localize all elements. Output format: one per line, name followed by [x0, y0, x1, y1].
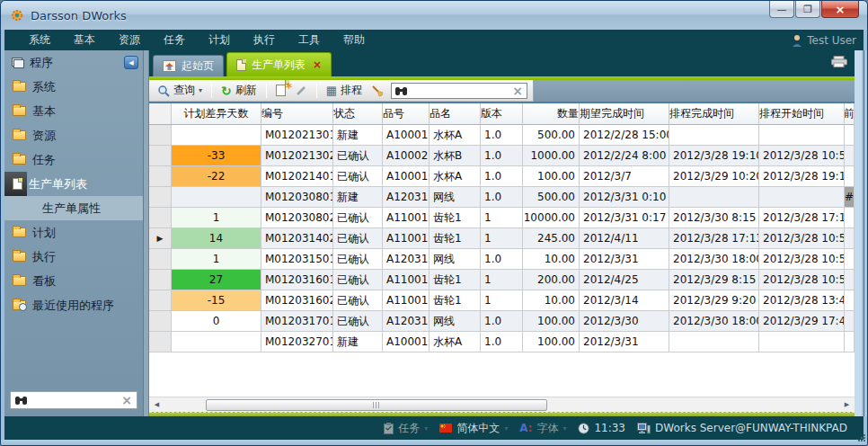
row-selector[interactable]	[149, 332, 172, 352]
table-row[interactable]: -33M012021302已确认A10002水杯B1.01000.002012/…	[149, 146, 855, 166]
task-dropdown[interactable]: 任务 ▾	[384, 421, 428, 436]
clean-button[interactable]	[368, 85, 387, 97]
column-header-extra[interactable]: 前	[845, 103, 855, 125]
sidebar-item-最近使用的程序[interactable]: 最近使用的程序	[4, 293, 143, 317]
table-row[interactable]: M012030801新建A12031网线1.0500.002012/3/31 0…	[149, 187, 855, 208]
table-body: M012021301新建A10001水杯A1.0500.002012/2/28 …	[149, 125, 855, 352]
query-button[interactable]: 查询 ▾	[155, 83, 205, 98]
menu-item-基本[interactable]: 基本	[62, 32, 107, 48]
menu-item-任务[interactable]: 任务	[152, 32, 197, 48]
column-header-start[interactable]: 排程开始时间	[759, 103, 845, 125]
cell-ver: 1	[481, 270, 523, 290]
tab-production-order-list[interactable]: 生产单列表 ×	[226, 52, 332, 76]
table-row[interactable]: M012032701新建A10001水杯A1.0100.002012/3/31	[149, 332, 855, 352]
sidebar-item-基本[interactable]: 基本	[4, 99, 143, 123]
sidebar-item-系统[interactable]: 系统	[4, 75, 143, 99]
maximize-button[interactable]: ❐	[795, 1, 820, 18]
sidebar-item-资源[interactable]: 资源	[4, 123, 143, 147]
column-header-diff[interactable]: 计划差异天数	[172, 103, 261, 125]
table-row[interactable]: ▶14M012031402已确认A11001齿轮11245.002012/4/1…	[149, 228, 855, 249]
cell-extra	[845, 290, 855, 311]
filter-search-input[interactable]	[411, 85, 509, 97]
refresh-button[interactable]: ↻ 刷新	[218, 83, 260, 98]
filter-clear-icon[interactable]: ×	[512, 85, 523, 97]
scroll-left-icon[interactable]: ◀	[149, 401, 164, 408]
menu-item-系统[interactable]: 系统	[17, 32, 62, 48]
cell-diff: 14	[172, 228, 261, 249]
row-selector[interactable]	[149, 311, 172, 332]
sidebar-item-生产单属性[interactable]: 生产单属性	[4, 196, 143, 220]
table-row[interactable]: 27M012031601已确认A11001齿轮11200.002012/4/25…	[149, 270, 855, 290]
font-dropdown[interactable]: A: 字体 ▾	[519, 421, 566, 436]
column-header-end[interactable]: 排程完成时间	[669, 103, 759, 125]
sidebar-item-计划[interactable]: 计划	[4, 220, 143, 245]
cell-due: 2012/3/31	[580, 332, 669, 352]
cell-qty: 500.00	[523, 187, 580, 208]
schedule-button[interactable]: ▦ 排程	[323, 83, 365, 98]
column-header-name[interactable]: 品名	[430, 103, 481, 125]
cell-item: A11001	[383, 270, 430, 290]
cell-qty: 100.00	[523, 166, 580, 187]
table-row[interactable]: -15M012031602已确认A11001齿轮1110.002012/3/14…	[149, 290, 855, 311]
column-header-item[interactable]: 品号	[383, 103, 430, 125]
row-selector[interactable]	[149, 249, 172, 270]
user-name: Test User	[807, 34, 856, 47]
scroll-right-icon[interactable]: ▶	[839, 401, 855, 408]
column-header-due[interactable]: 期望完成时间	[580, 103, 669, 125]
row-selector[interactable]	[149, 290, 172, 311]
table-row[interactable]: 1M012030802已确认A11001齿轮1110000.002012/3/3…	[149, 208, 855, 228]
table-row[interactable]: -22M012021401已确认A10001水杯A1.0100.002012/3…	[149, 166, 855, 187]
sidebar-item-生产单列表[interactable]: 生产单列表	[4, 172, 27, 196]
cell-ver: 1.0	[481, 166, 523, 187]
cell-ver: 1.0	[481, 125, 523, 146]
search-icon	[157, 85, 170, 97]
column-header-ver[interactable]: 版本	[481, 103, 523, 125]
printer-icon[interactable]	[831, 54, 847, 71]
menu-item-计划[interactable]: 计划	[197, 32, 242, 48]
row-selector[interactable]	[149, 208, 172, 228]
cell-no: M012031701	[261, 311, 333, 332]
tab-close-icon[interactable]: ×	[313, 58, 322, 71]
column-header-status[interactable]: 状态	[333, 103, 383, 125]
table-row[interactable]: M012021301新建A10001水杯A1.0500.002012/2/28 …	[149, 125, 855, 146]
sidebar-item-任务[interactable]: 任务	[4, 147, 143, 172]
user-chip[interactable]: Test User	[792, 34, 856, 47]
row-selector[interactable]	[149, 166, 172, 187]
row-selector[interactable]	[149, 187, 172, 208]
menu-item-资源[interactable]: 资源	[107, 32, 152, 48]
cell-item: A11001	[383, 290, 430, 311]
language-dropdown[interactable]: 简体中文 ▾	[439, 421, 508, 436]
menu-item-执行[interactable]: 执行	[242, 32, 287, 48]
minimize-button[interactable]: —	[769, 1, 794, 18]
tab-start-page[interactable]: 起始页	[153, 55, 224, 76]
sidebar-collapse-button[interactable]: ◀	[124, 56, 138, 69]
column-header-no[interactable]: 编号	[261, 103, 333, 125]
sidebar-item-看板[interactable]: 看板	[4, 269, 143, 293]
edit-button[interactable]	[292, 85, 310, 97]
cell-ver: 1	[481, 228, 523, 249]
cell-no: M012031601	[261, 270, 333, 290]
task-label: 任务	[398, 421, 420, 436]
row-selector[interactable]	[149, 146, 172, 166]
menu-item-帮助[interactable]: 帮助	[332, 32, 376, 48]
scrollbar-thumb[interactable]	[206, 399, 547, 411]
row-selector-header	[149, 103, 172, 125]
close-button[interactable]: ×	[821, 1, 859, 18]
new-button[interactable]	[273, 85, 288, 96]
row-selector[interactable]	[149, 270, 172, 290]
row-selector[interactable]	[149, 125, 172, 146]
cell-diff: 1	[172, 208, 261, 228]
sidebar-item-label: 生产单列表	[29, 176, 87, 192]
cell-qty: 100.00	[523, 332, 580, 352]
sidebar-item-执行[interactable]: 执行	[4, 245, 143, 269]
chevron-down-icon: ▾	[562, 424, 566, 433]
column-header-qty[interactable]: 数量	[523, 103, 580, 125]
menu-item-工具[interactable]: 工具	[287, 32, 332, 48]
cell-start: 2012/3/29 17:46	[759, 311, 845, 332]
table-row[interactable]: 1M012031501已确认A12031网线1.010.002012/3/312…	[149, 249, 855, 270]
sidebar-search-clear-icon[interactable]: ×	[121, 394, 132, 406]
table-row[interactable]: 0M012031701已确认A12031网线1.0100.002012/3/30…	[149, 311, 855, 332]
current-row-marker[interactable]: ▶	[149, 228, 172, 249]
resize-grip[interactable]	[858, 434, 860, 436]
sidebar-search-input[interactable]	[31, 394, 118, 406]
